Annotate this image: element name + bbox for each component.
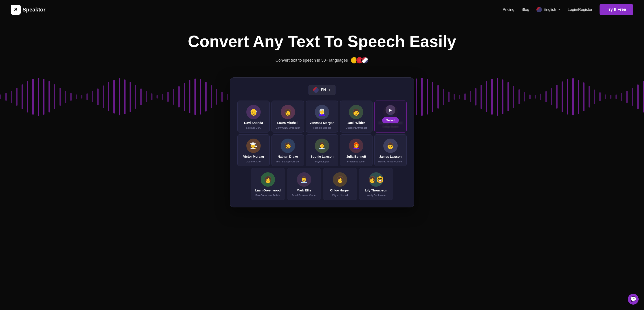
voice-grid-row2: 👨‍🍳Victor MoreauGourmet Chef🧔Nathan Drak… [237, 134, 407, 166]
voice-name: Nathan Drake [278, 155, 298, 158]
voice-name: Lily Thompson [365, 189, 387, 192]
avatar: 👩‍💼 [315, 138, 329, 153]
voice-name: Vanessa Morgan [310, 121, 334, 125]
logo-name: Speaktor [22, 7, 46, 13]
voice-card-vanessa-morgan[interactable]: 👩‍🦳Vanessa MorganFashion Blogger [306, 101, 338, 132]
voice-card-liam-greenwood[interactable]: 🧑Liam GreenwoodEco-Conscious Activist [251, 168, 285, 200]
avatar: 🧔 [281, 138, 295, 153]
flag-us-icon [361, 57, 368, 64]
blog-link[interactable]: Blog [522, 8, 529, 12]
hero-section: Convert Any Text To Speech Easily Conver… [0, 19, 644, 77]
voice-card-mark-ellis[interactable]: 👨‍💼Mark EllisSmall Business Owner [287, 168, 321, 200]
flag-stack [350, 57, 368, 64]
voice-title: Small Business Owner [292, 194, 316, 197]
avatar: 👩 [281, 105, 295, 119]
logo-s: S [22, 7, 26, 13]
voice-name: James Lawson [379, 155, 402, 158]
play-button[interactable]: ▶ [386, 105, 396, 115]
voice-grid-row3: 🧑Liam GreenwoodEco-Conscious Activist👨‍💼… [237, 168, 407, 200]
avatar: 🧑 [349, 105, 363, 119]
voice-card-ravi-ananda[interactable]: 👴Ravi AnandaSpiritual Guru [237, 101, 270, 132]
logo-rest: peaktor [26, 7, 46, 13]
logo-letter: S [14, 7, 17, 13]
lang-code-label: EN [321, 88, 326, 92]
voice-title: Psychologist [315, 160, 329, 163]
voice-name: Mark Ellis [297, 189, 311, 192]
hero-subtitle: Convert text to speech in 50+ languages [4, 57, 640, 64]
voice-title: Tech Startup Founder [276, 160, 300, 163]
avatar: 👩‍🦳 [315, 105, 329, 119]
us-flag-icon [536, 7, 542, 12]
lang-flag-icon [313, 87, 319, 93]
voice-card-sophie-lawson[interactable]: 👩‍💼Sophie LawsonPsychologist [306, 134, 338, 166]
avatar: 👴 [246, 105, 261, 119]
lang-label: English [544, 8, 556, 12]
voice-card-julia-bennett[interactable]: 👩‍🦰Julia BennettFreelance Writer [340, 134, 372, 166]
nav-links: Pricing Blog English ▼ Login/Register Tr… [503, 4, 633, 15]
lang-pill-button[interactable]: EN ▼ [308, 85, 336, 95]
voice-title: Retired Military Officer [378, 160, 402, 163]
voice-card-james-lawson[interactable]: 👨James LawsonRetired Military Officer [374, 134, 407, 166]
voice-title: Digital Nomad [332, 194, 348, 197]
chat-bubble-button[interactable]: 💬 [628, 294, 638, 304]
voice-name: Sophie Lawson [310, 155, 334, 158]
avatar: 👨‍🍳 [246, 138, 261, 153]
voice-title: Community Organizer [276, 126, 300, 129]
voice-title: Eco-Conscious Activist [256, 194, 280, 197]
avatar: 👨 [383, 138, 398, 153]
voice-card-select[interactable]: 👤College Student▶SelectCollege Student [374, 101, 407, 132]
voice-title: Outdoor Enthusiast [346, 126, 367, 129]
voice-name: Julia Bennett [346, 155, 366, 158]
language-dropdown: EN ▼ [237, 85, 407, 95]
voice-title: Nerdy Bookworm [367, 194, 386, 197]
voice-name: Chloe Harper [330, 189, 350, 192]
lang-chevron-icon: ▼ [328, 88, 331, 92]
voice-title-blurred: College Student [382, 125, 398, 128]
app-section: EN ▼ 👴Ravi AnandaSpiritual Guru👩Laura Mi… [0, 77, 644, 216]
select-badge[interactable]: Select [382, 117, 399, 123]
chevron-down-icon: ▼ [558, 8, 560, 11]
voice-card-lily-thompson[interactable]: 👩‍🤓Lily ThompsonNerdy Bookworm [359, 168, 394, 200]
voice-card-victor-moreau[interactable]: 👨‍🍳Victor MoreauGourmet Chef [237, 134, 270, 166]
avatar: 👨‍💼 [297, 172, 311, 187]
avatar: 👩 [333, 172, 347, 187]
navbar: S Speaktor Pricing Blog English ▼ Login/… [0, 0, 644, 19]
voice-card-chloe-harper[interactable]: 👩Chloe HarperDigital Nomad [323, 168, 357, 200]
voice-card-laura-mitchell[interactable]: 👩Laura MitchellCommunity Organizer [272, 101, 304, 132]
voice-title: Freelance Writer [347, 160, 365, 163]
voice-title: Gourmet Chef [246, 160, 261, 163]
voice-name: Liam Greenwood [255, 189, 281, 192]
voice-name: Ravi Ananda [244, 121, 263, 125]
voice-card-nathan-drake[interactable]: 🧔Nathan DrakeTech Startup Founder [272, 134, 304, 166]
avatar: 👩‍🤓 [369, 172, 383, 187]
logo-box: S [11, 5, 21, 15]
voice-grid-row1: 👴Ravi AnandaSpiritual Guru👩Laura Mitchel… [237, 101, 407, 132]
logo-link[interactable]: S Speaktor [11, 5, 46, 15]
try-free-button[interactable]: Try It Free [600, 4, 633, 15]
hero-title: Convert Any Text To Speech Easily [4, 33, 640, 50]
language-selector[interactable]: English ▼ [536, 7, 561, 12]
voice-title: Spiritual Guru [246, 126, 261, 129]
voice-card-jack-wilder[interactable]: 🧑Jack WilderOutdoor Enthusiast [340, 101, 372, 132]
subtitle-text: Convert text to speech in 50+ languages [276, 58, 348, 63]
chat-icon: 💬 [630, 296, 636, 302]
login-link[interactable]: Login/Register [568, 8, 592, 12]
play-overlay: ▶SelectCollege Student [374, 101, 406, 132]
voice-name: Victor Moreau [243, 155, 264, 158]
avatar: 👩‍🦰 [349, 138, 363, 153]
pricing-link[interactable]: Pricing [503, 8, 514, 12]
avatar: 🧑 [261, 172, 275, 187]
voice-title: Fashion Blogger [313, 126, 331, 129]
voice-name: Jack Wilder [348, 121, 365, 125]
voice-name: Laura Mitchell [277, 121, 298, 125]
app-window: EN ▼ 👴Ravi AnandaSpiritual Guru👩Laura Mi… [230, 77, 414, 207]
